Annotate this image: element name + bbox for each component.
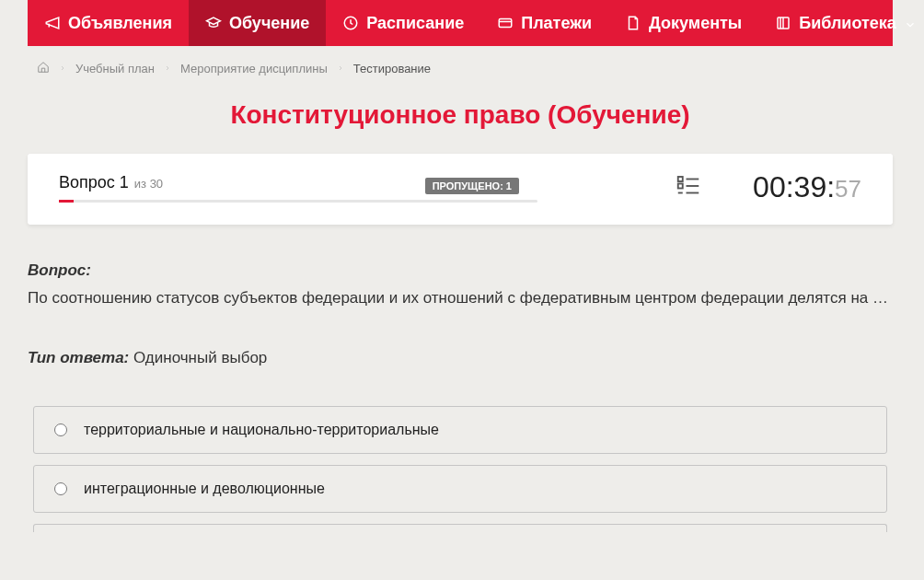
chevron-right-icon (337, 62, 344, 75)
question-heading: Вопрос: (28, 261, 893, 280)
question-number-label: Вопрос 1 (59, 173, 129, 192)
svg-rect-1 (499, 19, 512, 28)
nav-item-education[interactable]: Обучение (189, 0, 326, 46)
answer-text: интеграционные и деволюционные (84, 481, 325, 497)
education-icon (205, 15, 222, 31)
library-icon (775, 15, 791, 31)
answer-option[interactable] (33, 524, 887, 532)
answer-radio[interactable] (54, 482, 67, 495)
payment-icon (497, 15, 514, 31)
home-icon[interactable] (37, 61, 50, 76)
answer-type-value: Одиночный выбор (133, 349, 267, 366)
page-title: Конституционное право (Обучение) (28, 100, 893, 130)
nav-item-documents[interactable]: Документы (608, 0, 758, 46)
timer: 00:39:57 (753, 170, 861, 204)
answer-option[interactable]: интеграционные и деволюционные (33, 465, 887, 513)
nav-label: Платежи (521, 14, 592, 33)
chevron-right-icon (164, 62, 171, 75)
answer-text: территориальные и национально-территориа… (84, 422, 439, 438)
main-navbar: Объявления Обучение Расписание Платежи Д… (28, 0, 893, 46)
breadcrumb-link-plan[interactable]: Учебный план (75, 62, 155, 75)
chevron-right-icon (59, 62, 66, 75)
answer-radio[interactable] (54, 423, 67, 436)
timer-main: 00:39: (753, 170, 835, 204)
nav-label: Объявления (68, 14, 172, 33)
answer-option[interactable]: территориальные и национально-территориа… (33, 406, 887, 454)
progress-bar (59, 200, 537, 203)
nav-label: Расписание (366, 14, 464, 33)
nav-item-library[interactable]: Библиотека (758, 0, 924, 46)
viewport[interactable]: Объявления Обучение Расписание Платежи Д… (0, 0, 924, 580)
svg-rect-4 (678, 184, 683, 189)
nav-item-announcements[interactable]: Объявления (28, 0, 189, 46)
breadcrumb-link-event[interactable]: Мероприятие дисциплины (180, 62, 328, 75)
nav-label: Обучение (229, 14, 309, 33)
question-block: Вопрос: По соотношению статусов субъекто… (28, 261, 893, 367)
megaphone-icon (44, 15, 61, 31)
clock-icon (342, 15, 359, 31)
document-icon (625, 15, 641, 31)
status-left: Вопрос 1 из 30 ПРОПУЩЕНО: 1 (59, 173, 619, 203)
breadcrumb-current: Тестирование (353, 62, 431, 75)
skipped-badge: ПРОПУЩЕНО: 1 (425, 178, 519, 194)
breadcrumb: Учебный план Мероприятие дисциплины Тест… (28, 46, 893, 87)
svg-rect-3 (678, 177, 683, 181)
progress-fill (59, 200, 74, 203)
timer-seconds: 57 (835, 175, 861, 203)
answers-list: территориальные и национально-территориа… (28, 406, 893, 532)
nav-label: Документы (649, 14, 742, 33)
chevron-down-icon (904, 17, 917, 29)
status-card: Вопрос 1 из 30 ПРОПУЩЕНО: 1 00:39:57 (28, 154, 893, 225)
answer-type-line: Тип ответа: Одиночный выбор (28, 349, 893, 367)
page-content: Объявления Обучение Расписание Платежи Д… (0, 0, 920, 532)
nav-item-schedule[interactable]: Расписание (326, 0, 480, 46)
question-of-label: из 30 (134, 177, 163, 192)
question-text: По соотношению статусов субъектов федера… (28, 285, 893, 310)
nav-label: Библиотека (799, 14, 896, 33)
question-list-button[interactable] (675, 172, 702, 203)
answer-type-label: Тип ответа: (28, 349, 129, 366)
nav-item-payments[interactable]: Платежи (480, 0, 608, 46)
